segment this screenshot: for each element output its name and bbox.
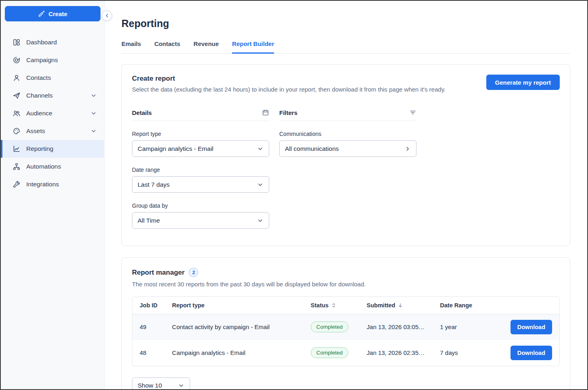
report-count-badge: 2 (189, 268, 198, 277)
audience-icon (13, 109, 21, 117)
dashboard-icon (13, 38, 21, 46)
sidebar: Create Dashboard Campaigns Contacts Chan… (1, 1, 105, 389)
sidebar-item-campaigns[interactable]: Campaigns (1, 51, 104, 69)
create-report-card: Create report Select the data (excluding… (121, 64, 570, 246)
campaigns-icon (13, 56, 21, 64)
sidebar-item-automations[interactable]: Automations (1, 158, 104, 175)
download-button[interactable]: Download (511, 320, 552, 334)
sidebar-item-label: Channels (26, 92, 53, 99)
create-report-header: Create report Select the data (excluding… (132, 75, 446, 93)
app-window: Create Dashboard Campaigns Contacts Chan… (0, 0, 588, 390)
show-per-page-value: Show 10 (138, 382, 162, 389)
sidebar-item-label: Campaigns (26, 56, 58, 64)
filters-title: Filters (279, 109, 297, 116)
sidebar-item-integrations[interactable]: Integrations (1, 175, 104, 193)
chevron-down-icon (90, 128, 97, 134)
group-by-value: All Time (138, 217, 160, 224)
pencil-plus-icon (38, 10, 45, 17)
contacts-icon (13, 74, 21, 82)
communications-value: All communications (285, 145, 339, 152)
chevron-down-icon (178, 382, 184, 389)
report-type-select[interactable]: Campaign analytics - Email (132, 140, 269, 157)
main-content: Reporting Emails Contacts Revenue Report… (105, 1, 587, 389)
chevron-left-icon (104, 13, 110, 19)
header-date-range: Date Range (440, 302, 472, 309)
tab-emails[interactable]: Emails (121, 40, 141, 53)
group-by-label: Group data by (132, 202, 269, 209)
reporting-icon (13, 145, 21, 153)
calendar-icon (262, 109, 269, 116)
create-button-label: Create (48, 10, 67, 17)
chevron-right-icon (404, 146, 411, 152)
integrations-icon (13, 180, 21, 188)
header-submitted: Submitted (367, 302, 395, 309)
date-range-select[interactable]: Last 7 days (132, 176, 269, 193)
cell-date-range: 7 days (433, 340, 503, 366)
tab-bar: Emails Contacts Revenue Report Builder (121, 40, 570, 54)
date-range-label: Date range (132, 167, 269, 173)
sidebar-item-label: Dashboard (26, 39, 57, 46)
report-type-value: Campaign analytics - Email (138, 145, 213, 152)
show-per-page-select[interactable]: Show 10 (132, 377, 190, 390)
sidebar-item-label: Automations (26, 163, 61, 170)
download-button[interactable]: Download (511, 346, 552, 360)
chevron-down-icon (257, 217, 264, 224)
tab-report-builder[interactable]: Report Builder (232, 40, 274, 54)
cell-job-id: 48 (132, 340, 165, 366)
chevron-down-icon (90, 110, 97, 117)
sidebar-item-audience[interactable]: Audience (1, 104, 104, 122)
sidebar-item-contacts[interactable]: Contacts (1, 69, 104, 87)
sidebar-collapse-button[interactable] (102, 10, 112, 21)
channels-icon (13, 92, 21, 100)
automations-icon (13, 163, 21, 171)
create-button[interactable]: Create (5, 6, 100, 21)
create-report-subtitle: Select the data (excluding the last 24 h… (132, 86, 446, 93)
sidebar-item-channels[interactable]: Channels (1, 87, 104, 104)
cell-submitted: Jan 13, 2026 02:35… (360, 340, 433, 366)
sidebar-item-label: Assets (26, 127, 45, 135)
filters-column: Filters Communications All communication… (279, 109, 416, 229)
cell-report-type: Contact activity by campaign - Email (165, 314, 303, 340)
details-title: Details (132, 109, 152, 116)
filter-icon (409, 109, 416, 116)
status-badge: Completed (311, 321, 348, 332)
tab-revenue[interactable]: Revenue (194, 40, 219, 53)
sidebar-nav: Dashboard Campaigns Contacts Channels Au… (1, 33, 104, 193)
tab-contacts[interactable]: Contacts (154, 40, 180, 53)
cell-submitted: Jan 13, 2026 03:05… (360, 314, 433, 340)
chevron-down-icon (257, 181, 264, 188)
create-report-title: Create report (132, 75, 446, 83)
table-header-row: Job ID Report type Status Submitted (132, 297, 559, 314)
date-range-value: Last 7 days (138, 181, 169, 188)
chevron-down-icon (257, 146, 264, 152)
sidebar-item-label: Audience (26, 110, 52, 117)
report-manager-card: Report manager 2 The most recent 30 repo… (121, 257, 570, 390)
group-by-select[interactable]: All Time (132, 212, 269, 229)
reports-table: Job ID Report type Status Submitted (132, 296, 560, 366)
sidebar-item-dashboard[interactable]: Dashboard (1, 33, 104, 51)
header-status: Status (311, 302, 329, 309)
generate-report-button[interactable]: Generate my report (486, 75, 560, 90)
communications-label: Communications (279, 131, 416, 137)
sidebar-item-reporting[interactable]: Reporting (1, 140, 104, 158)
sidebar-item-label: Contacts (26, 74, 51, 81)
communications-select[interactable]: All communications (279, 140, 416, 157)
cell-job-id: 49 (132, 314, 165, 340)
table-row: 49 Contact activity by campaign - Email … (132, 314, 559, 340)
page-title: Reporting (121, 18, 570, 29)
report-type-label: Report type (132, 131, 269, 137)
cell-report-type: Campaign analytics - Email (165, 340, 303, 366)
details-column: Details Report type Campaign analytics -… (132, 109, 269, 229)
chevron-down-icon (90, 92, 97, 99)
table-row: 48 Campaign analytics - Email Completed … (132, 340, 559, 366)
sidebar-item-label: Reporting (26, 145, 53, 152)
sort-icon[interactable] (331, 302, 337, 308)
header-job-id: Job ID (140, 302, 157, 309)
sort-desc-icon[interactable] (398, 302, 403, 308)
assets-icon (13, 127, 21, 135)
cell-date-range: 1 year (433, 314, 503, 340)
sidebar-item-assets[interactable]: Assets (1, 122, 104, 140)
report-manager-title: Report manager (132, 269, 184, 277)
status-badge: Completed (311, 347, 348, 358)
sidebar-item-label: Integrations (26, 181, 59, 188)
